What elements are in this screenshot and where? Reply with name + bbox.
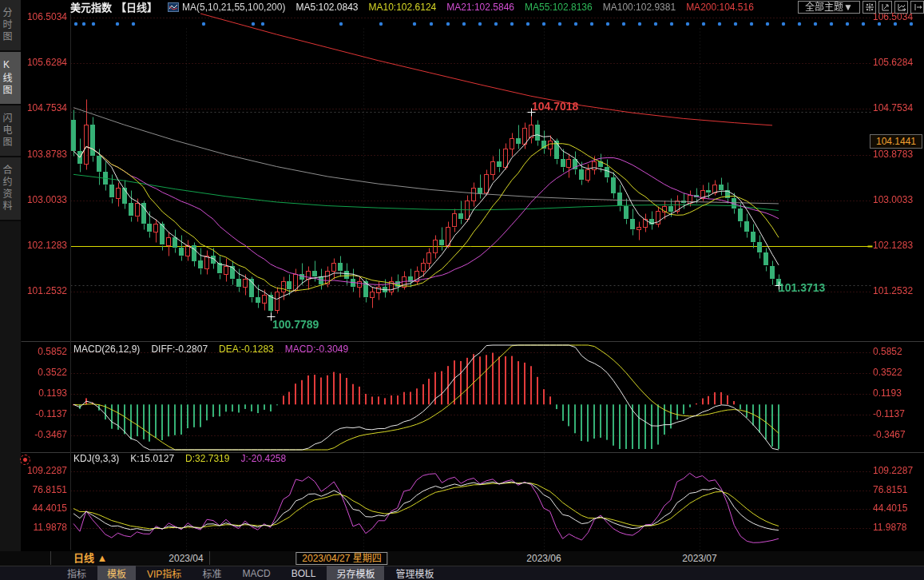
macd-indicator-header: MACD(26,12,9) DIFF:-0.2807 DEA:-0.1283 M… bbox=[73, 344, 359, 355]
macd-macd-value: MACD:-0.3049 bbox=[285, 344, 348, 355]
indicator-tab-bar: 指标 模板 VIP指标 标准 MACD BOLL 另存模板 管理模板 bbox=[0, 566, 924, 580]
sidebar-item-flash-chart[interactable]: 闪电图 bbox=[0, 105, 21, 157]
selected-date-label: 2023/04/27 星期四 bbox=[295, 552, 387, 565]
crosshair-icon[interactable] bbox=[863, 1, 876, 14]
sidebar-item-kline-chart[interactable]: K线图 bbox=[0, 52, 21, 105]
macd-axis-label: 0.3522 bbox=[873, 367, 902, 378]
right-axis-price-marker: 104.1441 bbox=[870, 134, 922, 149]
period-label: 【日线】 bbox=[116, 0, 157, 14]
kdj-j-value: J:-20.4258 bbox=[240, 453, 286, 464]
macd-axis-label: -0.3467 bbox=[22, 429, 67, 440]
reset-axis-icon[interactable] bbox=[878, 1, 892, 14]
y-axis-label: 102.1283 bbox=[22, 240, 67, 251]
instrument-title: 美元指数 bbox=[70, 0, 112, 14]
ma5-value: MA5:102.0843 bbox=[295, 2, 358, 13]
date-axis-row: 日线 ▲ 2023/04 2023/04/27 星期四 2023/06 2023… bbox=[0, 551, 924, 566]
pan-chart-icon[interactable] bbox=[894, 1, 908, 14]
theme-dropdown-button[interactable]: 全部主题▼ bbox=[798, 1, 860, 14]
sidebar-item-contract-info[interactable]: 合约资料 bbox=[0, 157, 21, 221]
kdj-axis-label: 109.2287 bbox=[22, 465, 67, 476]
kdj-title: KDJ(9,3,3) bbox=[73, 453, 119, 464]
kdj-indicator-header: KDJ(9,3,3) K:15.0127 D:32.7319 J:-20.425… bbox=[73, 453, 297, 464]
chart-mode-sidebar: 分时图 K线图 闪电图 合约资料 bbox=[0, 0, 21, 551]
tab-manage-templates[interactable]: 管理模板 bbox=[386, 566, 443, 580]
y-axis-label: 101.2532 bbox=[22, 285, 67, 296]
kdj-k-value: K:15.0127 bbox=[130, 453, 174, 464]
macd-axis-label: 0.1193 bbox=[873, 387, 902, 399]
tab-indicators[interactable]: 指标 bbox=[58, 566, 96, 580]
kdj-axis-label: 76.8151 bbox=[873, 484, 907, 495]
y-axis-label: 103.0033 bbox=[873, 194, 913, 205]
macd-axis-label: -0.1137 bbox=[22, 408, 67, 419]
y-axis-label: 105.6284 bbox=[22, 57, 67, 68]
y-axis-label: 103.0033 bbox=[22, 194, 67, 205]
y-axis-label: 103.8783 bbox=[873, 149, 913, 160]
y-axis-label: 106.5034 bbox=[22, 11, 67, 22]
indicator-settings-icon[interactable] bbox=[20, 455, 30, 465]
low-price-label: 100.7789 bbox=[272, 318, 319, 331]
ma100-value: MA100:102.9381 bbox=[603, 2, 676, 13]
tab-standard[interactable]: 标准 bbox=[192, 566, 231, 580]
kdj-axis-label: 109.2287 bbox=[873, 465, 913, 476]
kdj-axis-label: 44.4015 bbox=[22, 503, 67, 514]
y-axis-label: 103.8783 bbox=[22, 149, 67, 160]
y-axis-label: 105.6284 bbox=[873, 57, 913, 68]
y-axis-label: 102.1283 bbox=[873, 240, 913, 251]
tab-templates[interactable]: 模板 bbox=[97, 566, 136, 580]
chart-header-bar: 美元指数 【日线】 MA(5,10,21,55,100,200) MA5:102… bbox=[70, 0, 924, 14]
x-axis-tick: 2023/04 bbox=[169, 553, 203, 564]
x-axis-tick: 2023/07 bbox=[682, 553, 716, 564]
ma200-value: MA200:104.516 bbox=[686, 2, 754, 13]
ma-settings-caption: MA(5,10,21,55,100,200) bbox=[182, 2, 285, 13]
tab-save-template[interactable]: 另存模板 bbox=[327, 566, 384, 580]
macd-axis-label: 0.5852 bbox=[22, 346, 67, 357]
y-axis-label: 101.2532 bbox=[873, 285, 913, 296]
shift-right-icon[interactable] bbox=[910, 1, 924, 14]
macd-axis-label: 0.3522 bbox=[22, 367, 67, 378]
macd-diff-value: DIFF:-0.2807 bbox=[151, 344, 208, 355]
ma55-value: MA55:102.8136 bbox=[525, 2, 593, 13]
line-chart-icon bbox=[168, 2, 179, 12]
kdj-axis-label: 76.8151 bbox=[22, 484, 67, 495]
kdj-axis-label: 11.9878 bbox=[22, 522, 67, 533]
y-axis-label: 104.7534 bbox=[22, 102, 67, 113]
ma10-value: MA10:102.6124 bbox=[369, 2, 437, 13]
macd-axis-label: 0.1193 bbox=[22, 387, 67, 399]
tab-vip-indicators[interactable]: VIP指标 bbox=[137, 566, 191, 580]
kdj-axis-label: 11.9878 bbox=[873, 522, 907, 533]
tab-macd[interactable]: MACD bbox=[232, 567, 280, 580]
macd-axis-label: -0.3467 bbox=[873, 429, 906, 440]
macd-dea-value: DEA:-0.1283 bbox=[219, 344, 274, 355]
kline-app-window: 分时图 K线图 闪电图 合约资料 美元指数 【日线】 MA(5,10,21,55… bbox=[0, 0, 924, 580]
tab-boll[interactable]: BOLL bbox=[282, 567, 326, 580]
macd-title: MACD(26,12,9) bbox=[73, 344, 140, 355]
last-price-label: 101.3713 bbox=[779, 281, 825, 294]
x-axis-tick: 2023/06 bbox=[526, 553, 561, 564]
sidebar-item-time-chart[interactable]: 分时图 bbox=[0, 0, 21, 52]
ma21-value: MA21:102.5846 bbox=[446, 2, 514, 13]
y-axis-label: 104.7534 bbox=[873, 102, 913, 113]
high-price-label: 104.7018 bbox=[532, 100, 578, 113]
kdj-axis-label: 44.4015 bbox=[873, 503, 907, 514]
macd-axis-label: 0.5852 bbox=[873, 346, 902, 357]
kdj-d-value: D:32.7319 bbox=[185, 453, 229, 464]
macd-axis-label: -0.1137 bbox=[873, 408, 905, 419]
